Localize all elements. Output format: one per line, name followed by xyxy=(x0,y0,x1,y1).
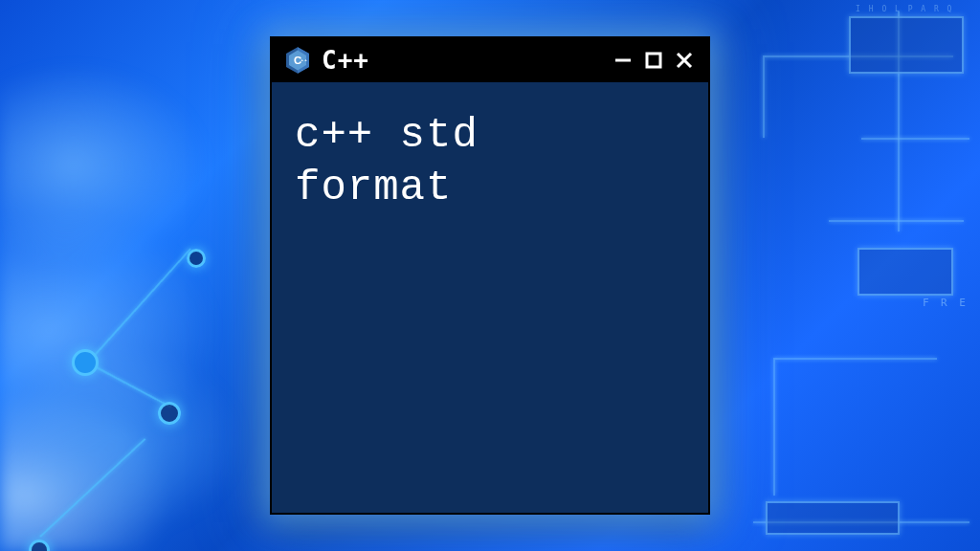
titlebar[interactable]: C + + C++ xyxy=(272,38,708,82)
freq-label: F R E xyxy=(923,297,969,309)
terminal-window: C + + C++ c++ std format xyxy=(270,36,710,515)
svg-text:C: C xyxy=(294,55,301,66)
network-node xyxy=(187,249,206,268)
maximize-button[interactable] xyxy=(641,48,666,73)
terminal-body: c++ std format xyxy=(272,82,708,241)
close-button[interactable] xyxy=(672,48,697,73)
content-line-1: c++ std xyxy=(295,109,685,162)
chip-label: I H O L P A R Q xyxy=(856,5,953,13)
svg-rect-7 xyxy=(647,54,660,67)
cpp-logo-icon: C + + xyxy=(283,46,312,75)
network-node xyxy=(158,402,181,425)
content-line-2: format xyxy=(295,162,685,214)
window-controls xyxy=(611,48,697,73)
minimize-button[interactable] xyxy=(611,48,635,73)
window-title: C++ xyxy=(322,46,601,75)
network-node xyxy=(72,349,99,376)
